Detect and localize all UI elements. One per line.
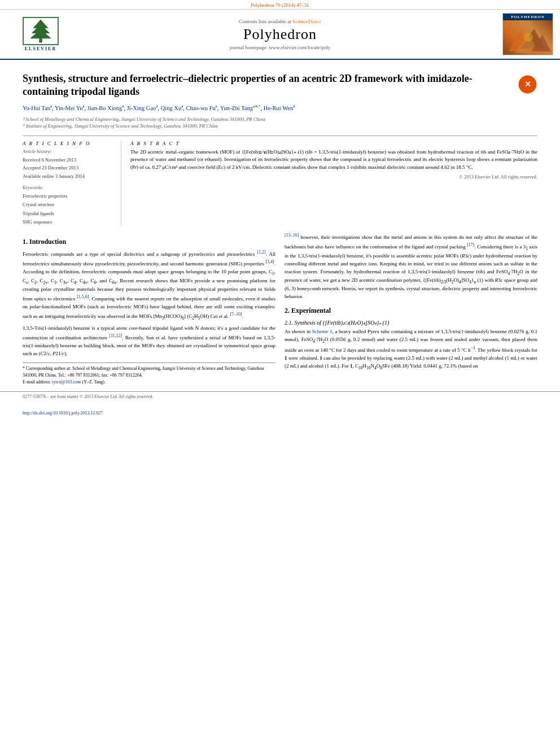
synthesis-para: As shown in Scheme 1, a heavy walled Pyr… [285,328,537,371]
bottom-bar: 0277-5387/$ – see front matter © 2013 El… [0,391,560,418]
doi-link[interactable]: http://dx.doi.org/10.1016/j.poly.2013.12… [23,410,103,416]
article-history-title: Article history: [23,148,115,154]
cover-title: POLYHEDRON [503,14,553,20]
author-3: Jian-Bo Xiong [88,104,123,111]
journal-cover: POLYHEDRON [502,13,553,55]
intro-para1: Ferroelectric compounds are a type of sp… [23,249,275,321]
keywords-title: Keywords: [23,185,115,190]
affiliation-a: ᵃ School of Metallurgy and Chemical Engi… [23,116,537,123]
elsevier-logo-icon [21,17,60,45]
intro-para2: 1,3,5-Tris(1-imidazolyl) benzene is a ty… [23,325,275,358]
received-date: Received 6 November 2013 [23,156,115,164]
article-meta-section: A R T I C L E I N F O Article history: R… [23,136,537,227]
article-title: Synthesis, structure and ferroelectric–d… [23,72,512,99]
copyright-notice: © 2013 Elsevier Ltd. All rights reserved… [130,174,537,180]
author-8: He-Rui Wen [264,104,293,111]
elsevier-branding: ELSEVIER [7,17,75,51]
author-5: Qing Xu [161,104,181,111]
author-6: Chao-wu Fu [186,104,216,111]
cover-image-area: POLYHEDRON [485,13,553,55]
crossmark-icon: ✕ [518,75,537,94]
contents-line: Contents lists available at ScienceDirec… [239,19,321,24]
cover-artwork [503,20,553,55]
keyword-3: Tripodal ligands [23,209,115,218]
author-7: Yun-Zhi Tang [220,104,253,111]
author-4: Ji-Xing Gao [127,104,156,111]
footnote-area: * Corresponding author at: School of Met… [23,362,275,386]
sciencedirect-link[interactable]: ScienceDirect [292,19,321,24]
top-bar: Polyhedron 70 (2014) 47–51 [0,0,560,10]
footnote-corresponding: * Corresponding author at: School of Met… [23,365,275,379]
available-date: Available online 3 January 2014 [23,172,115,180]
abstract-label: A B S T R A C T [130,141,537,146]
experimental-heading: 2. Experimental [285,307,537,315]
journal-volume-text: Polyhedron 70 (2014) 47–51 [251,2,309,8]
author-1: Yu-Hui Tan [23,104,50,111]
authors-line: Yu-Hui Tana, Yin-Mei Yua, Jian-Bo Xionga… [23,103,537,113]
synthesis-subheading: 2.1. Synthesis of {[Fe(tib)₂/₃(H₂O)₄]SO₄… [285,320,537,326]
article-info-label: A R T I C L E I N F O [23,141,115,146]
doi-line: http://dx.doi.org/10.1016/j.poly.2013.12… [23,410,537,416]
keywords-list: Ferroelectric properties Crystal structu… [23,192,115,226]
issn-text: 0277-5387/$ – see front matter © 2013 El… [23,394,154,399]
body-left-column: 1. Introduction Ferroelectric compounds … [23,232,275,386]
abstract-column: A B S T R A C T The 2D acentric metal–or… [130,141,537,227]
keyword-2: Crystal structure [23,200,115,209]
email-label: E-mail address: [23,379,51,385]
svg-text:✕: ✕ [524,80,531,89]
author-2: Yin-Mei Yu [55,104,83,111]
issn-line: 0277-5387/$ – see front matter © 2013 El… [23,394,537,399]
journal-name: Polyhedron [243,26,317,43]
abstract-text: The 2D acentric metal–organic framework … [130,148,537,172]
accepted-date: Accepted 23 December 2013 [23,164,115,172]
journal-title-area: Contents lists available at ScienceDirec… [79,19,481,50]
journal-homepage: journal homepage: www.elsevier.com/locat… [230,45,330,50]
right-para1: [13–16] however, their investigations sh… [285,232,537,301]
intro-heading: 1. Introduction [23,238,275,246]
svg-marker-3 [30,29,51,38]
keyword-4: SHG responses [23,218,115,226]
body-section: 1. Introduction Ferroelectric compounds … [23,232,537,386]
keyword-1: Ferroelectric properties [23,192,115,200]
main-content: Synthesis, structure and ferroelectric–d… [0,60,560,391]
article-info-column: A R T I C L E I N F O Article history: R… [23,141,121,227]
journal-header: ELSEVIER Contents lists available at Sci… [0,10,560,60]
affiliation-b: ᵇ Institute of Engineering, Jiangxi Univ… [23,123,537,130]
article-dates: Received 6 November 2013 Accepted 23 Dec… [23,156,115,180]
elsevier-name: ELSEVIER [25,46,56,51]
email-address[interactable]: tyrcn@163.com [52,379,81,385]
body-right-column: [13–16] however, their investigations sh… [285,232,537,386]
scheme-link: Scheme 1 [312,329,333,334]
email-suffix: (Y.-Z. Tang). [82,379,106,385]
svg-point-9 [524,33,533,42]
affil-a-sup: a [50,104,52,108]
article-title-area: Synthesis, structure and ferroelectric–d… [23,72,537,99]
footnote-email: E-mail address: tyrcn@163.com (Y.-Z. Tan… [23,379,275,386]
affiliations: ᵃ School of Metallurgy and Chemical Engi… [23,116,537,130]
